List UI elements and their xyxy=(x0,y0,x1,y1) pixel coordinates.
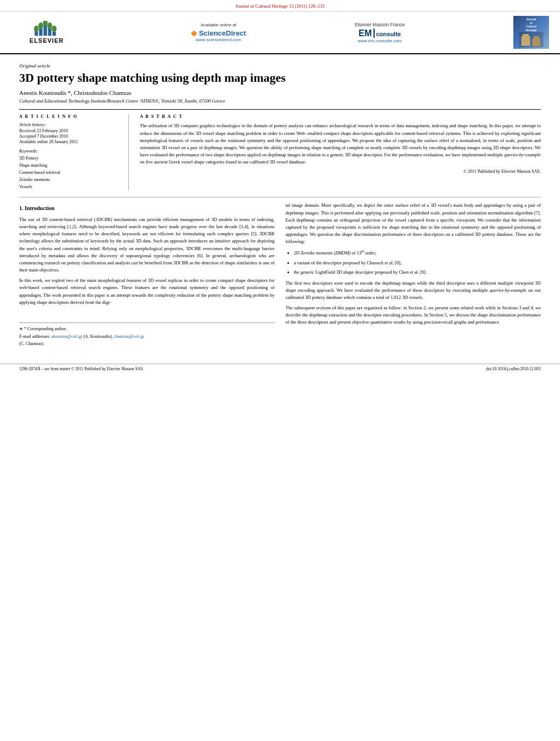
section-1-heading: 1. Introduction xyxy=(19,204,275,213)
elsevier-wordmark: ELSEVIER xyxy=(30,37,64,44)
cover-journal-title: JournalofCulturalHeritage xyxy=(525,18,536,32)
email-label: E-mail addresses: xyxy=(19,334,50,339)
queries-italic: queries-by-example xyxy=(504,152,541,157)
email2-link[interactable]: chamzas@ceti.gr xyxy=(114,334,144,339)
keyword-3: Content-based retrieval xyxy=(19,169,120,177)
elsevier-logo: ELSEVIER xyxy=(11,16,82,49)
footnote-star-symbol: ∗ xyxy=(19,326,23,331)
svg-point-8 xyxy=(47,22,52,30)
abstract-title: A B S T R A C T xyxy=(140,114,541,119)
article-dates: Received 23 February 2010 Accepted 7 Dec… xyxy=(19,128,120,144)
available-online-text: Available online at xyxy=(191,22,246,27)
footnote-email: E-mail addresses: akoutsou@ceti.gr (A. K… xyxy=(19,333,275,340)
header-logos: ELSEVIER Available online at ◆ ScienceDi… xyxy=(0,12,560,54)
svg-rect-13 xyxy=(532,38,540,46)
em-brand-text: Elsevier Masson France xyxy=(355,22,405,27)
keywords-list: 3D Pottery Shape matching Content-based … xyxy=(19,155,120,190)
descriptor-list: 2D Zernike moments (ZMDM) of 13th order;… xyxy=(294,248,541,276)
email1-link[interactable]: akoutsou@ceti.gr xyxy=(52,334,82,339)
right-para-3: The subsequent sections of this paper ar… xyxy=(286,304,541,326)
footnote-star-text: ∗ * Corresponding author. xyxy=(19,326,275,332)
article-authors: Anestis Koutsoudis *, Christodoulos Cham… xyxy=(19,89,541,96)
main-content: Original article 3D pottery shape matchi… xyxy=(0,54,560,355)
svg-point-9 xyxy=(52,25,56,32)
keyword-1: 3D Pottery xyxy=(19,155,120,162)
article-info-title: A R T I C L E I N F O xyxy=(19,114,120,119)
column-left: 1. Introduction The use of 3D content-ba… xyxy=(19,202,275,347)
footnote-corresponding: * Corresponding author. xyxy=(24,326,67,331)
svg-rect-11 xyxy=(521,36,530,46)
bullet-item-1: 2D Zernike moments (ZMDM) of 13th order; xyxy=(294,248,541,257)
article-affiliation: Cultural and Educational Technology Inst… xyxy=(19,98,541,104)
footer-doi: doi:10.1016/j.culher.2010.12.003 xyxy=(486,366,541,371)
page-footer: 1296-2074/$ – see front matter © 2011 Pu… xyxy=(0,364,560,376)
journal-cover-image: JournalofCulturalHeritage xyxy=(513,16,549,49)
sciencedirect-wordmark: ◆ ScienceDirect xyxy=(191,29,246,37)
sd-url: www.sciencedirect.com xyxy=(191,37,246,42)
footer-copyright: 1296-2074/$ – see front matter © 2011 Pu… xyxy=(19,366,144,371)
keyword-2: Shape matching xyxy=(19,162,120,169)
footnote-section: ∗ * Corresponding author. E-mail address… xyxy=(19,323,275,347)
keywords-label: Keywords: xyxy=(19,149,120,154)
elsevier-tree-icon xyxy=(33,21,60,37)
article-type: Original article xyxy=(19,63,541,69)
journal-title: Journal of Cultural Heritage 12 (2011) 1… xyxy=(235,3,325,9)
svg-rect-2 xyxy=(43,25,47,36)
em-right: consulte xyxy=(376,31,401,37)
keyword-5: Vessels xyxy=(19,184,120,191)
article-title: 3D pottery shape matching using depth ma… xyxy=(19,71,541,85)
queries-by-example-2: queries-by-example xyxy=(490,287,527,293)
authors-text: Anestis Koutsoudis *, Christodoulos Cham… xyxy=(19,89,131,96)
intro-para-2: In this work, we exploit two of the main… xyxy=(19,277,275,306)
keyword-4: Zernike moments xyxy=(19,177,120,184)
article-info-panel: A R T I C L E I N F O Article history: R… xyxy=(19,114,129,190)
svg-rect-14 xyxy=(534,36,539,39)
svg-point-5 xyxy=(34,25,39,32)
history-label: Article history: xyxy=(19,122,120,127)
email1-person: (A. Koutsoudis), xyxy=(83,334,113,339)
abstract-panel: A B S T R A C T The utilisation of 3D co… xyxy=(140,114,541,190)
em-consulte-block: Elsevier Masson France EMconsulte www.em… xyxy=(355,22,405,43)
bullet-item-3: the generic LightField 3D shape descript… xyxy=(294,268,541,276)
journal-bar: Journal of Cultural Heritage 12 (2011) 1… xyxy=(0,0,560,12)
section-divider xyxy=(19,197,541,197)
svg-rect-12 xyxy=(523,34,529,37)
bullet-item-2: a variant of the descriptor proposed by … xyxy=(294,259,541,267)
intro-para-1: The use of 3D content-based retrieval (3… xyxy=(19,216,275,274)
cover-art-icon xyxy=(516,32,546,47)
info-abstract-section: A R T I C L E I N F O Article history: R… xyxy=(19,109,541,190)
footnote-email2-person: (C. Chamzas). xyxy=(19,341,275,347)
sciencedirect-block: Available online at ◆ ScienceDirect www.… xyxy=(191,22,246,42)
page: Journal of Cultural Heritage 12 (2011) 1… xyxy=(0,0,560,741)
body-columns: 1. Introduction The use of 3D content-ba… xyxy=(19,202,541,347)
available-date: Available online 20 January 2011 xyxy=(19,139,120,144)
em-url: www.em-consulte.com xyxy=(355,38,405,43)
sd-name: ScienceDirect xyxy=(199,29,246,37)
received-date: Received 23 February 2010 xyxy=(19,128,120,133)
accepted-date: Accepted 7 December 2010 xyxy=(19,134,120,139)
svg-point-6 xyxy=(38,22,43,30)
svg-rect-3 xyxy=(48,28,52,36)
column-right: tal image domain. More specifically, we … xyxy=(286,202,541,347)
em-logo-mark: EMconsulte xyxy=(355,29,405,38)
right-para-2: The first two descriptors were used to e… xyxy=(286,280,541,302)
abstract-text: The utilisation of 3D computer graphics … xyxy=(140,122,541,166)
zmdm-label: 2D Zernike moments (ZMDM) xyxy=(294,250,351,256)
em-left: EM xyxy=(359,29,375,38)
right-para-1: tal image domain. More specifically, we … xyxy=(286,202,541,245)
svg-rect-1 xyxy=(39,28,42,36)
copyright-text: © 2011 Published by Elsevier Masson SAS. xyxy=(140,169,541,174)
